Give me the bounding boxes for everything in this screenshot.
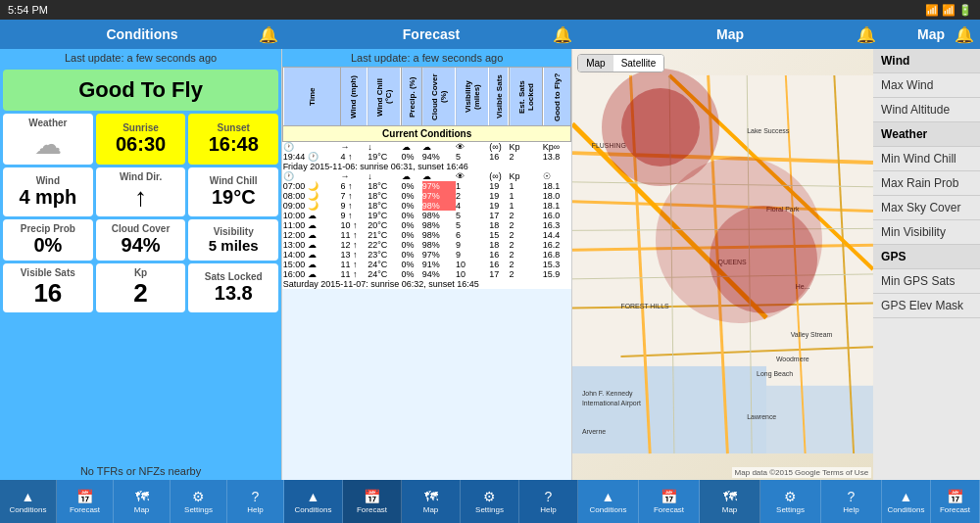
main-content: Last update: a few seconds ago Good To F… <box>0 49 980 480</box>
vis-1000: 5 <box>456 211 489 220</box>
icon2-chill: ↓ <box>368 171 401 181</box>
nav-map-settings[interactable]: ⚙ Settings <box>760 480 821 523</box>
precip-700: 0% <box>402 181 422 191</box>
sidebar-min-wind-chill[interactable]: Min Wind Chill <box>873 147 980 171</box>
vis-1200: 6 <box>456 230 489 240</box>
wind-800: 7 ↑ <box>340 191 368 201</box>
nav-sb-forecast[interactable]: 📅 Forecast <box>931 480 980 523</box>
sidebar-max-sky-cover[interactable]: Max Sky Cover <box>873 196 980 220</box>
friday-header-row: Friday 2015-11-06: sunrise 06:31, sunset… <box>283 162 571 171</box>
sats-1200: 15 <box>489 230 509 240</box>
nav-map-help[interactable]: ? Help <box>821 480 882 523</box>
nav-forecast-forecast[interactable]: 📅 Forecast <box>343 480 402 523</box>
nav-label-settings: Settings <box>184 505 213 514</box>
weather-label: Weather <box>28 118 67 128</box>
conditions-row-1: Weather ☁ Sunrise 06:30 Sunset 16:48 <box>3 114 278 165</box>
nav-conditions-conditions[interactable]: ▲ Conditions <box>0 480 57 523</box>
table-row: 15:00 ☁ 11 ↑ 24°C 0% 91% 10 16 2 15.3 <box>283 260 571 269</box>
table-row: 10:00 ☁ 9 ↑ 19°C 0% 98% 5 17 2 16.0 <box>283 211 571 220</box>
sats-locked-label: Sats Locked <box>205 271 263 282</box>
icon-est: Kp∞ <box>543 142 571 153</box>
nav-conditions-map[interactable]: 🗺 Map <box>114 480 171 523</box>
chill-1400: 23°C <box>368 250 401 260</box>
nav-sb-conditions[interactable]: ▲ Conditions <box>882 480 931 523</box>
icon-kp: Kp <box>510 142 543 153</box>
col-sats: Visible Sats <box>489 68 509 126</box>
sidebar-wind-section[interactable]: Wind <box>873 49 980 73</box>
nav-map-conditions[interactable]: ▲ Conditions <box>578 480 639 523</box>
nav-conditions-help[interactable]: ? Help <box>227 480 284 523</box>
forecast-table-container[interactable]: Time Wind (mph) Wind Chill (°C) Precip. … <box>282 67 571 480</box>
header-bars: Conditions 🔔 Forecast 🔔 Map 🔔 Map 🔔 <box>0 20 980 49</box>
visibility-label: Visibility <box>214 226 254 237</box>
kp-1000: 2 <box>510 211 543 220</box>
nav-map-forecast[interactable]: 📅 Forecast <box>639 480 700 523</box>
icon2-time: 🕐 <box>283 171 341 181</box>
cur-chill: 19°C <box>368 152 401 162</box>
conditions-row-3: Precip Prob 0% Cloud Cover 94% Visibilit… <box>3 219 278 261</box>
nav-forecast-conditions[interactable]: ▲ Conditions <box>284 480 343 523</box>
sidebar-max-rain-prob[interactable]: Max Rain Prob <box>873 171 980 196</box>
icons-row: 🕐 → ↓ ☁ ☁ 👁 (∞) Kp Kp∞ <box>283 142 571 153</box>
sidebar-max-wind[interactable]: Max Wind <box>873 73 980 98</box>
conditions-header: Conditions 🔔 <box>0 20 284 49</box>
cur-est: 13.8 <box>543 152 571 162</box>
sidebar-gps-elev-mask[interactable]: GPS Elev Mask <box>873 294 980 318</box>
nav-forecast-map[interactable]: 🗺 Map <box>402 480 461 523</box>
visible-sats-label: Visible Sats <box>21 267 75 278</box>
est-1200: 14.4 <box>543 230 571 240</box>
sats-1300: 18 <box>489 240 509 250</box>
col-time: Time <box>283 68 341 126</box>
precip-value: 0% <box>33 234 62 257</box>
time-1200: 12:00 ☁ <box>283 230 341 240</box>
status-bar: 5:54 PM 📶 📶 🔋 <box>0 0 980 20</box>
chill-700: 18°C <box>368 181 401 191</box>
conditions-row-4: Visible Sats 16 Kp 2 Sats Locked 13.8 <box>3 263 278 312</box>
chill-900: 18°C <box>368 201 401 211</box>
map-toggle-map-btn[interactable]: Map <box>578 55 612 71</box>
wind-700: 6 ↑ <box>340 181 368 191</box>
nav-f-label-help: Help <box>540 505 556 514</box>
nav-forecast-settings[interactable]: ⚙ Settings <box>461 480 519 523</box>
sidebar-wind-altitude[interactable]: Wind Altitude <box>873 98 980 122</box>
icon2-precip: ☁ <box>402 171 422 181</box>
icon-precip: ☁ <box>402 142 422 153</box>
wind-dir-label: Wind Dir. <box>120 171 162 182</box>
cloud-700: 97% <box>422 181 456 191</box>
forecast-header-table: Time Wind (mph) Wind Chill (°C) Precip. … <box>282 67 571 289</box>
sidebar-weather-section[interactable]: Weather <box>873 122 980 147</box>
nav-conditions-settings[interactable]: ⚙ Settings <box>171 480 227 523</box>
map-title: Map <box>716 26 744 42</box>
nav-conditions-forecast[interactable]: 📅 Forecast <box>57 480 114 523</box>
weather-icon: ☁ <box>34 128 62 161</box>
sidebar-min-gps-sats[interactable]: Min GPS Sats <box>873 269 980 294</box>
map-area[interactable]: FLUSHING Lake Success Floral Park QUEENS… <box>572 49 873 480</box>
sats-700: 19 <box>489 181 509 191</box>
precip-1100: 0% <box>402 220 422 230</box>
map-satellite-toggle[interactable]: Map Satellite <box>577 54 664 72</box>
nav-f-label-map: Map <box>423 505 439 514</box>
forecast-last-update: Last update: a few seconds ago <box>282 49 571 67</box>
kp-1600: 2 <box>510 269 543 279</box>
sats-1600: 17 <box>489 269 509 279</box>
nav-m-label-help: Help <box>843 505 858 514</box>
sats-1000: 17 <box>489 211 509 220</box>
nav-sb-icon-conditions: ▲ <box>900 489 913 504</box>
icon2-good: ☉ <box>543 171 571 181</box>
time-800: 08:00 🌙 <box>283 191 341 201</box>
nav-map-map[interactable]: 🗺 Map <box>700 480 760 523</box>
sidebar-gps-section[interactable]: GPS <box>873 245 980 269</box>
sidebar-title: Map <box>917 26 945 42</box>
bell-icon-sidebar: 🔔 <box>955 25 974 44</box>
map-toggle-satellite-btn[interactable]: Satellite <box>613 55 664 71</box>
est-1300: 16.2 <box>543 240 571 250</box>
sunset-cell: Sunset 16:48 <box>188 114 278 165</box>
nav-forecast-help[interactable]: ? Help <box>519 480 578 523</box>
map-radius-circle-4 <box>710 206 817 313</box>
sidebar-min-visibility[interactable]: Min Visibility <box>873 220 980 245</box>
sats-900: 19 <box>489 201 509 211</box>
kp-700: 1 <box>510 181 543 191</box>
time-900: 09:00 🌙 <box>283 201 341 211</box>
kp-value: 2 <box>133 278 147 309</box>
nav-m-label-forecast: Forecast <box>654 505 684 514</box>
